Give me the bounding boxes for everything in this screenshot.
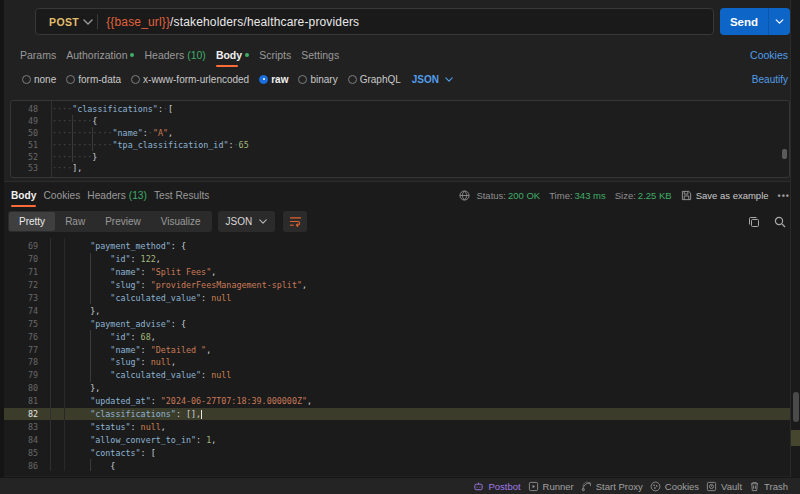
view-tab-label: Preview <box>105 216 141 227</box>
request-code-row[interactable]: 51············"tpa_classification_id":·6… <box>11 139 789 151</box>
statusbar-vault-button[interactable]: Vault <box>706 481 742 492</box>
request-tab-authorization[interactable]: Authorization <box>66 45 134 64</box>
save-as-example-button[interactable]: Save as example <box>681 190 769 201</box>
text-cursor <box>201 410 202 419</box>
request-tab-scripts[interactable]: Scripts <box>259 45 291 64</box>
body-mode-form-data[interactable]: form-data <box>66 74 121 85</box>
vault-icon <box>706 481 717 492</box>
request-tab-settings[interactable]: Settings <box>301 45 339 64</box>
request-tab-body[interactable]: Body <box>216 45 249 64</box>
radio-icon[interactable] <box>298 75 307 84</box>
request-tab-label: Params <box>20 49 56 61</box>
statusbar-postbot-button[interactable]: Postbot <box>473 481 520 492</box>
body-mode-binary[interactable]: binary <box>298 74 337 85</box>
token-ws <box>70 241 90 251</box>
request-code-row[interactable]: 52········} <box>11 151 789 163</box>
response-tabs-row: BodyCookiesHeaders(13)Test Results Statu… <box>11 186 790 205</box>
request-url[interactable]: {{base_url}}/stakeholders/healthcare-pro… <box>106 15 359 29</box>
body-mode-none[interactable]: none <box>22 74 56 85</box>
token-key: "name" <box>110 345 140 355</box>
response-code-row[interactable]: 73 "calculated_value": null <box>0 292 800 305</box>
request-code-row[interactable]: 50············"name":·"A", <box>11 127 789 139</box>
beautify-link[interactable]: Beautify <box>752 74 788 85</box>
request-code-row[interactable]: 49········{ <box>11 115 789 127</box>
line-number: 84 <box>0 435 50 445</box>
code-line: ····], <box>51 162 789 174</box>
radio-icon[interactable] <box>259 75 268 84</box>
response-code-row[interactable]: 74 }, <box>0 304 800 317</box>
body-mode-graphql[interactable]: GraphQL <box>348 74 401 85</box>
line-number: 83 <box>0 422 50 432</box>
token-pun: { <box>181 241 186 251</box>
line-number: 48 <box>11 104 51 114</box>
copy-icon[interactable] <box>748 216 760 228</box>
response-scrollbar-thumb[interactable] <box>793 392 799 422</box>
view-tab-pretty[interactable]: Pretty <box>9 212 55 231</box>
radio-icon[interactable] <box>66 75 75 84</box>
send-button[interactable]: Send <box>720 8 790 35</box>
statusbar-cookies-button[interactable]: Cookies <box>650 481 699 492</box>
request-code-row[interactable]: 53····], <box>11 162 789 174</box>
body-language-select[interactable]: JSON <box>412 74 453 85</box>
response-code-row[interactable]: 82 "classifications": [], <box>0 408 800 421</box>
response-format-select[interactable]: JSON <box>218 211 276 232</box>
response-code-row[interactable]: 83 "status": null, <box>0 420 800 433</box>
view-tab-raw[interactable]: Raw <box>55 212 95 231</box>
response-code-row[interactable]: 80 }, <box>0 382 800 395</box>
request-editor-scrollbar[interactable] <box>782 149 787 159</box>
view-tab-visualize[interactable]: Visualize <box>151 212 211 231</box>
method-label[interactable]: POST <box>49 16 79 28</box>
body-mode-x-www-form-urlencoded[interactable]: x-www-form-urlencoded <box>131 74 249 85</box>
request-tab-headers[interactable]: Headers(10) <box>144 45 205 64</box>
statusbar-runner-button[interactable]: Runner <box>528 481 574 492</box>
request-body-editor[interactable]: 48····"classifications":·[49········{50·… <box>10 100 790 178</box>
response-code-row[interactable]: 72 "slug": "providerFeesManagement-split… <box>0 279 800 292</box>
statusbar-trash-button[interactable]: Trash <box>749 481 788 492</box>
response-code-row[interactable]: 69 "payment_method": { <box>0 240 800 253</box>
send-button-label: Send <box>720 16 768 28</box>
response-code-row[interactable]: 78 "slug": null, <box>0 356 800 369</box>
response-code-row[interactable]: 77 "name": "Detailed ", <box>0 343 800 356</box>
response-tab-body[interactable]: Body <box>11 186 36 205</box>
response-code-row[interactable]: 76 "id": 68, <box>0 330 800 343</box>
radio-icon[interactable] <box>348 75 357 84</box>
response-tab-cookies[interactable]: Cookies <box>43 186 80 205</box>
response-code-row[interactable]: 84 "allow_convert_to_in": 1, <box>0 433 800 446</box>
radio-icon[interactable] <box>131 75 140 84</box>
request-tab-params[interactable]: Params <box>20 45 56 64</box>
line-number: 85 <box>0 448 50 458</box>
time-value[interactable]: 343 ms <box>575 190 606 201</box>
send-options-chevron-icon[interactable] <box>769 19 790 24</box>
line-number: 49 <box>11 116 51 126</box>
wrap-line-button[interactable] <box>283 211 307 232</box>
statusbar-start-proxy-button[interactable]: Start Proxy <box>581 481 643 492</box>
token-key: "status" <box>90 422 130 432</box>
code-line: ········{ <box>51 115 789 127</box>
view-tab-preview[interactable]: Preview <box>95 212 151 231</box>
request-code-row[interactable]: 48····"classifications":·[ <box>11 103 789 115</box>
response-more-options-icon[interactable]: ••• <box>778 191 790 201</box>
response-tab-headers[interactable]: Headers(13) <box>87 186 147 205</box>
search-icon[interactable] <box>774 216 786 228</box>
token-pun: , <box>161 422 166 432</box>
response-body-editor[interactable]: 69 "payment_method": {70 "id": 122,71 "n… <box>0 238 800 471</box>
radio-icon[interactable] <box>22 75 31 84</box>
cookies-link[interactable]: Cookies <box>750 49 788 61</box>
response-code-row[interactable]: 85 "contacts": [ <box>0 446 800 459</box>
body-mode-raw[interactable]: raw <box>259 74 288 85</box>
response-code-row[interactable]: 70 "id": 122, <box>0 253 800 266</box>
response-code-row[interactable]: 86 { <box>0 459 800 471</box>
response-code-row[interactable]: 81 "updated_at": "2024-06-27T07:18:39.00… <box>0 395 800 408</box>
url-input[interactable]: POST {{base_url}}/stakeholders/healthcar… <box>35 8 714 35</box>
response-code-row[interactable]: 79 "calculated_value": null <box>0 369 800 382</box>
response-code-row[interactable]: 75 "payment_advise": { <box>0 317 800 330</box>
response-tab-test-results[interactable]: Test Results <box>154 186 209 205</box>
response-code-row[interactable]: 71 "name": "Split Fees", <box>0 266 800 279</box>
status-value[interactable]: 200 OK <box>508 190 540 201</box>
token-str: "Detailed " <box>151 345 206 355</box>
token-key: "classifications" <box>72 104 158 114</box>
size-value[interactable]: 2.25 KB <box>638 190 672 201</box>
response-editor-gutter-divider <box>50 238 51 471</box>
network-globe-icon[interactable] <box>459 190 470 201</box>
method-chevron-icon[interactable] <box>83 19 93 25</box>
